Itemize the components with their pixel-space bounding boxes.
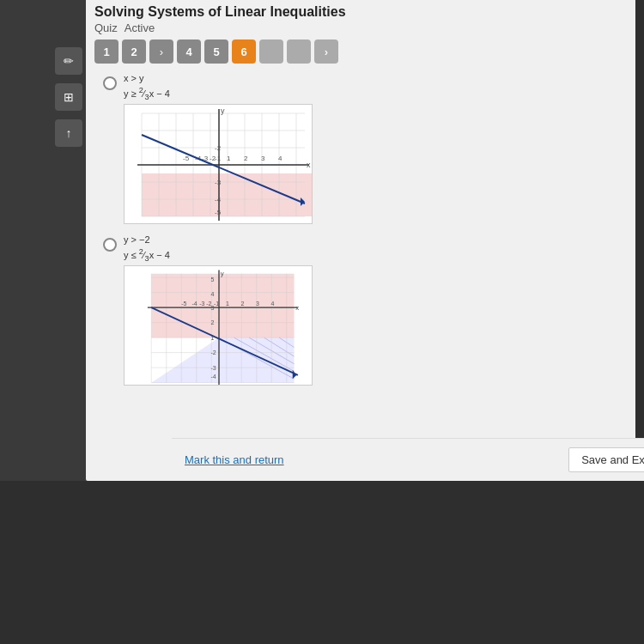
svg-text:3: 3: [261, 155, 265, 162]
svg-text:2: 2: [240, 300, 244, 306]
svg-text:-5: -5: [181, 300, 186, 306]
svg-text:-3: -3: [199, 300, 204, 306]
option-1-content: x > y y ≥ 2⁄3x − 4: [124, 73, 313, 224]
svg-text:3: 3: [256, 300, 259, 306]
svg-text:-1: -1: [214, 300, 219, 306]
svg-text:4: 4: [270, 300, 274, 306]
radio-option-1[interactable]: [103, 76, 117, 90]
save-exit-button[interactable]: Save and Exit: [568, 447, 644, 472]
svg-text:1: 1: [227, 155, 231, 162]
svg-text:4: 4: [210, 291, 214, 297]
svg-text:-1: -1: [215, 155, 222, 162]
svg-text:x: x: [295, 303, 299, 311]
question-separator: ›: [149, 39, 173, 64]
svg-text:4: 4: [278, 155, 283, 162]
svg-text:-2: -2: [215, 144, 222, 152]
calculator-icon[interactable]: ⊞: [55, 83, 82, 111]
question-btn-5[interactable]: 5: [204, 39, 228, 64]
up-arrow-icon[interactable]: ↑: [55, 119, 82, 147]
svg-text:-3: -3: [210, 364, 216, 370]
pencil-icon[interactable]: ✏: [55, 47, 82, 75]
question-number-row: 1 2 › 4 5 6 ›: [86, 34, 635, 69]
active-label: Active: [125, 21, 155, 34]
option-2-formula1: y > −2: [124, 234, 150, 245]
svg-text:-3: -3: [215, 179, 222, 186]
svg-text:2: 2: [210, 319, 214, 325]
svg-text:-2: -2: [206, 300, 211, 306]
content-area: x > y y ≥ 2⁄3x − 4: [86, 69, 635, 429]
sidebar: ✏ ⊞ ↑: [52, 47, 86, 147]
answer-option-2: y > −2 y ≤ 2⁄3x − 4: [103, 234, 618, 386]
svg-text:y: y: [221, 269, 224, 276]
option-1-formula1: x > y: [124, 73, 144, 83]
svg-text:-2: -2: [210, 349, 216, 355]
question-btn-6[interactable]: 6: [232, 39, 256, 64]
svg-text:-4: -4: [192, 300, 197, 306]
footer-bar: Mark this and return Save and Exit Ne: [172, 438, 644, 481]
svg-text:x: x: [307, 161, 311, 169]
option-2-content: y > −2 y ≤ 2⁄3x − 4: [124, 234, 313, 386]
svg-text:-5: -5: [183, 155, 190, 162]
main-container: ✏ ⊞ ↑ Solving Systems of Linear Inequali…: [0, 0, 644, 644]
graph-option-1: x y -5 -4 -3 -2 -1 1 2 3 4 -2: [124, 104, 313, 224]
question-btn-7[interactable]: [259, 39, 283, 64]
svg-text:2: 2: [244, 155, 248, 162]
question-btn-8[interactable]: [287, 39, 311, 64]
answer-option-1: x > y y ≥ 2⁄3x − 4: [103, 73, 618, 224]
svg-text:-4: -4: [215, 196, 222, 204]
question-btn-4[interactable]: 4: [177, 39, 201, 64]
svg-marker-38: [151, 337, 294, 383]
svg-text:y: y: [221, 106, 225, 115]
quiz-label: Quiz: [94, 21, 118, 34]
question-btn-1[interactable]: 1: [94, 39, 118, 64]
svg-text:-5: -5: [215, 209, 222, 216]
svg-marker-84: [293, 369, 296, 379]
quiz-subtitle: Quiz Active: [94, 21, 627, 34]
graph-svg-2: x y 5 4 3 2 1 -5 -4 -3 -2: [125, 266, 313, 386]
svg-marker-0: [142, 173, 313, 216]
question-btn-forward[interactable]: ›: [314, 39, 338, 64]
option-2-formula2: y ≤ 2⁄3x − 4: [124, 247, 170, 263]
graph-svg-1: x y -5 -4 -3 -2 -1 1 2 3 4 -2: [125, 105, 313, 224]
quiz-panel: Solving Systems of Linear Inequalities Q…: [86, 0, 635, 481]
graph-option-2: x y 5 4 3 2 1 -5 -4 -3 -2: [124, 265, 313, 386]
question-btn-2[interactable]: 2: [122, 39, 146, 64]
radio-option-2[interactable]: [103, 238, 117, 252]
quiz-title: Solving Systems of Linear Inequalities: [94, 4, 627, 20]
footer-buttons: Save and Exit Ne: [568, 447, 644, 472]
option-1-formula2: y ≥ 2⁄3x − 4: [124, 86, 170, 101]
mark-return-link[interactable]: Mark this and return: [185, 453, 284, 466]
quiz-header: Solving Systems of Linear Inequalities Q…: [86, 0, 635, 34]
svg-text:1: 1: [226, 300, 229, 306]
svg-text:5: 5: [210, 276, 214, 282]
svg-text:-4: -4: [210, 374, 216, 380]
